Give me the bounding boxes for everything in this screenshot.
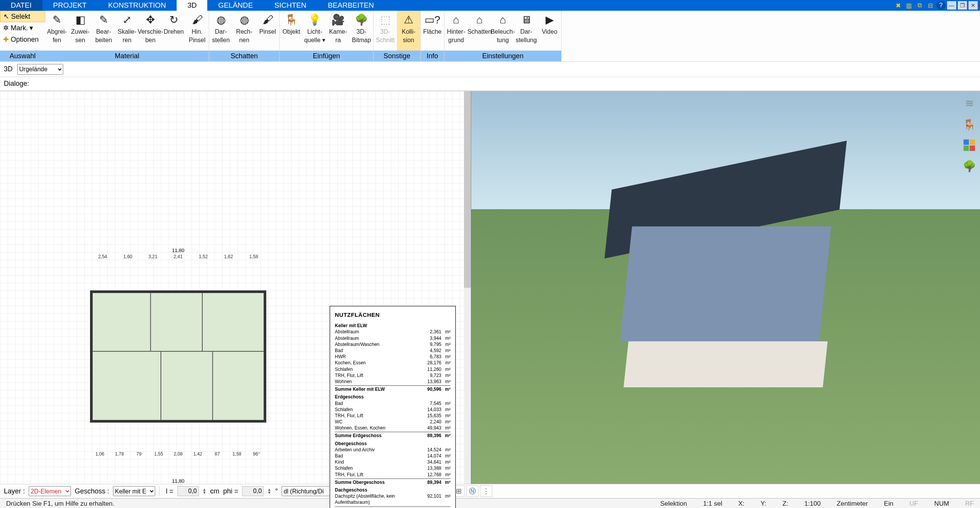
menu-item-gelände[interactable]: GELÄNDE <box>207 0 264 11</box>
tool-objekt[interactable]: 🪑Objekt <box>280 11 303 51</box>
tool-icon-3[interactable]: ⧉ <box>915 1 924 10</box>
layers-icon[interactable]: ≋ <box>963 97 976 110</box>
tool-icon-2[interactable]: ▥ <box>904 1 913 10</box>
darstellen-icon: ◍ <box>214 13 228 27</box>
phi-spinner[interactable]: ▲▼ <box>267 488 271 494</box>
status-uf: UF <box>907 500 921 508</box>
hinpinsel-icon: 🖌 <box>190 13 204 27</box>
area-row: Kochen, Essen28,176m² <box>335 360 451 366</box>
dim-overall-bottom: 11,80 <box>90 478 266 484</box>
mark-icon: ✲ <box>2 24 9 32</box>
close-button[interactable]: ✕ <box>969 1 978 10</box>
floor-plan-outline <box>90 290 266 423</box>
area-section-sum: Summe Dachgeschoss92,101m² <box>335 506 451 508</box>
tree-icon[interactable]: 🌳 <box>963 159 976 172</box>
status-sel-ratio: 1:1 sel <box>701 500 724 508</box>
vertical-scrollbar[interactable] <box>464 91 471 484</box>
area-section-sum: Summe Obergeschoss89,394m² <box>335 479 451 485</box>
menu-item-3d[interactable]: 3D <box>177 0 207 11</box>
main-workspace: NUTZFLÄCHEN Keller mit ELWAbstellraum2,3… <box>0 91 980 484</box>
side-palette: ≋ 🪑 🌳 <box>962 97 977 172</box>
tool-skalieren[interactable]: ⤢Skalie-ren <box>115 11 139 51</box>
area-row: Schlafen13,388m² <box>335 465 451 471</box>
menu-item-sichten[interactable]: SICHTEN <box>264 0 317 11</box>
phi-input[interactable] <box>242 486 264 496</box>
tool-darstellung[interactable]: 🖥Dar-stellung <box>515 11 538 51</box>
status-num: NUM <box>932 500 952 508</box>
kollision-icon: ⚠ <box>402 13 416 27</box>
help-icon[interactable]: ? <box>936 1 946 10</box>
tool-kollision[interactable]: ⚠Kolli-sion <box>397 11 420 51</box>
house-3d-model <box>603 165 848 410</box>
view-3d[interactable]: ≋ 🪑 🌳 <box>471 91 980 484</box>
plan-2d-view[interactable]: NUTZFLÄCHEN Keller mit ELWAbstellraum2,3… <box>0 91 471 484</box>
zuweisen-icon: ◧ <box>74 13 87 27</box>
area-row: TRH, Flur, Lift15,635m² <box>335 413 451 419</box>
floor-select[interactable]: Keller mit E <box>113 486 155 496</box>
tool-bearbeiten[interactable]: ✎Bear-beiten <box>92 11 115 51</box>
drehen-icon: ↻ <box>167 13 181 27</box>
furniture-icon[interactable]: 🪑 <box>963 118 976 131</box>
menu-item-konstruktion[interactable]: KONSTRUKTION <box>97 0 177 11</box>
ribbon: ↖Selekt ✲Mark. ▾ ✚Optionen Auswahl ✎Abgr… <box>0 11 980 62</box>
tool-drehen[interactable]: ↻Drehen <box>162 11 185 51</box>
status-help: Drücken Sie F1, um Hilfe zu erhalten. <box>4 500 117 508</box>
tool-kamera[interactable]: 🎥Kame-ra <box>326 11 350 51</box>
tool-rechnen[interactable]: ◍Rech-nen <box>233 11 256 51</box>
north-icon[interactable]: Ⓝ <box>466 485 479 497</box>
status-x: X: <box>736 500 747 508</box>
status-ein: Ein <box>882 500 896 508</box>
tool-zuweisen[interactable]: ◧Zuwei-sen <box>69 11 92 51</box>
tool-flaeche[interactable]: ▭?Fläche <box>421 11 444 51</box>
menu-item-bearbeiten[interactable]: BEARBEITEN <box>317 0 385 11</box>
tool-schatten2[interactable]: ⌂Schatten <box>468 11 491 51</box>
menu-item-projekt[interactable]: PROJEKT <box>43 0 98 11</box>
tool-lichtquelle[interactable]: 💡Licht-quelle ▾ <box>303 11 326 51</box>
status-bar: Drücken Sie F1, um Hilfe zu erhalten. Se… <box>0 498 980 508</box>
skalieren-icon: ⤢ <box>120 13 134 27</box>
status-y: Y: <box>758 500 769 508</box>
menu-item-datei[interactable]: DATEI <box>0 0 43 11</box>
tool-hintergrund[interactable]: ⌂Hinter-grund <box>444 11 468 51</box>
area-row: TRH, Flur, Lift12,768m² <box>335 472 451 478</box>
tool-video[interactable]: ▶Video <box>538 11 561 51</box>
context-bar: 3D Urgelände <box>0 62 980 77</box>
tool-3dbitmap[interactable]: 🌳3D-Bitmap <box>350 11 373 51</box>
tool-hinpinsel[interactable]: 🖌Hin.Pinsel <box>185 11 209 51</box>
menu-bar: DATEIPROJEKTKONSTRUKTION3DGELÄNDESICHTEN… <box>0 0 980 11</box>
tool-icon[interactable]: ✖ <box>893 1 903 10</box>
tool-darstellen[interactable]: ◍Dar-stellen <box>209 11 233 51</box>
terrain-select[interactable]: Urgelände <box>17 64 63 75</box>
info-icon[interactable]: ⋮ <box>480 485 492 497</box>
status-unit: Zentimeter <box>834 500 870 508</box>
area-table: NUTZFLÄCHEN Keller mit ELWAbstellraum2,3… <box>329 306 456 508</box>
tool-icon-4[interactable]: ⊟ <box>926 1 935 10</box>
side-group-label: Auswahl <box>0 51 45 61</box>
minimize-button[interactable]: — <box>947 1 956 10</box>
bottom-toolbar: Layer : 2D-Elemen Geschoss : Keller mit … <box>0 484 980 498</box>
rechnen-icon: ◍ <box>238 13 251 27</box>
tool-beleuchtung[interactable]: ⌂Beleuch-tung <box>491 11 515 51</box>
status-scale: 1:100 <box>802 500 823 508</box>
area-row: Bad7,545m² <box>335 400 451 406</box>
select-button[interactable]: ↖Selekt <box>0 11 45 22</box>
layer-select[interactable]: 2D-Elemen <box>29 486 71 496</box>
tool-verschieben[interactable]: ✥Verschie-ben <box>139 11 162 51</box>
mark-button[interactable]: ✲Mark. ▾ <box>0 22 45 34</box>
3dschnitt-icon: ⬚ <box>379 13 392 27</box>
tool-pinsel[interactable]: 🖌Pinsel <box>256 11 279 51</box>
options-button[interactable]: ✚Optionen <box>0 34 45 45</box>
length-spinner[interactable]: ▲▼ <box>203 488 206 494</box>
plus-icon: ✚ <box>2 35 9 44</box>
tool-abgeifen[interactable]: ✎Abgrei-fen <box>45 11 69 51</box>
abgeifen-icon: ✎ <box>50 13 64 27</box>
length-input[interactable] <box>177 486 199 496</box>
dl-select[interactable]: dl (Richtung/Di <box>282 486 335 496</box>
window-utility-icons: ✖ ▥ ⧉ ⊟ ? — ❐ ✕ <box>893 0 980 11</box>
material-palette-icon[interactable] <box>964 139 975 151</box>
floor-label: Geschoss : <box>75 487 109 495</box>
scrollbar-thumb[interactable] <box>464 91 471 288</box>
group-label: Einfügen <box>280 51 373 61</box>
restore-button[interactable]: ❐ <box>958 1 967 10</box>
darstellung-icon: 🖥 <box>519 13 533 27</box>
